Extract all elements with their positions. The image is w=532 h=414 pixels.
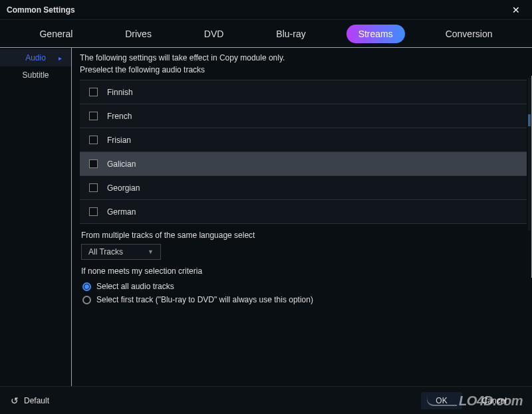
titlebar: Common Settings ✕ xyxy=(0,0,532,20)
lang-label: Georgian xyxy=(107,183,140,193)
main-tabs: General Drives DVD Blu-ray Streams Conve… xyxy=(0,20,532,48)
sidebar: Audio Subtitle xyxy=(0,48,72,386)
multi-track-label: From multiple tracks of the same languag… xyxy=(81,231,527,240)
lang-row-french[interactable]: French xyxy=(80,104,527,128)
lang-row-galician[interactable]: Galician xyxy=(80,152,527,176)
cancel-button[interactable]: Cancel xyxy=(467,392,521,409)
lang-row-german[interactable]: German xyxy=(80,200,527,224)
radio-select-all[interactable]: Select all audio tracks xyxy=(82,280,527,293)
window-title: Common Settings xyxy=(7,5,75,15)
lang-row-georgian[interactable]: Georgian xyxy=(80,176,527,200)
radio-group: Select all audio tracks Select first tra… xyxy=(82,280,527,306)
checkbox-finnish[interactable] xyxy=(89,88,98,96)
checkbox-galician[interactable] xyxy=(89,159,98,168)
reset-icon: ↺ xyxy=(11,395,19,406)
lang-row-finnish[interactable]: Finnish xyxy=(80,80,527,104)
tab-general[interactable]: General xyxy=(27,25,84,43)
none-meets-label: If none meets my selection criteria xyxy=(81,266,527,276)
lang-row-frisian[interactable]: Frisian xyxy=(80,128,527,152)
default-button[interactable]: ↺ Default xyxy=(11,395,49,406)
ok-button[interactable]: OK xyxy=(421,392,462,409)
checkbox-frisian[interactable] xyxy=(89,136,98,144)
chevron-down-icon: ▼ xyxy=(148,249,154,255)
lang-label: Galician xyxy=(107,159,136,169)
footer-right: OK Cancel xyxy=(421,392,521,409)
scrollbar-track xyxy=(528,78,531,231)
scrollbar-thumb[interactable] xyxy=(528,114,531,126)
checkbox-georgian[interactable] xyxy=(89,183,98,192)
tab-conversion[interactable]: Conversion xyxy=(434,25,505,43)
body-area: Audio Subtitle The following settings wi… xyxy=(0,48,532,386)
dropdown-value: All Tracks xyxy=(88,247,123,257)
radio-label: Select all audio tracks xyxy=(96,282,174,291)
tracks-dropdown[interactable]: All Tracks ▼ xyxy=(81,244,161,260)
tab-drives[interactable]: Drives xyxy=(113,25,164,43)
lang-label: Finnish xyxy=(107,88,133,97)
close-icon[interactable]: ✕ xyxy=(507,2,525,18)
tab-streams[interactable]: Streams xyxy=(346,25,405,43)
sidebar-item-audio[interactable]: Audio xyxy=(0,49,71,66)
sidebar-item-subtitle[interactable]: Subtitle xyxy=(0,66,71,84)
default-label: Default xyxy=(24,396,49,405)
language-list: Finnish French Frisian Galician Georgian… xyxy=(80,80,527,224)
checkbox-german[interactable] xyxy=(89,207,98,216)
checkbox-french[interactable] xyxy=(89,112,98,120)
tab-bluray[interactable]: Blu-ray xyxy=(264,25,317,43)
radio-label: Select first track ("Blu-ray to DVD" wil… xyxy=(96,295,313,304)
lang-label: French xyxy=(107,112,132,121)
footer: ↺ Default OK Cancel xyxy=(0,386,532,414)
intro-text-1: The following settings will take effect … xyxy=(80,53,527,62)
intro-text-2: Preselect the following audio tracks xyxy=(80,65,527,74)
tab-dvd[interactable]: DVD xyxy=(192,25,236,43)
radio-select-first[interactable]: Select first track ("Blu-ray to DVD" wil… xyxy=(82,293,527,306)
lang-label: German xyxy=(107,207,136,217)
radio-icon-unselected[interactable] xyxy=(82,296,91,304)
content-panel: The following settings will take effect … xyxy=(72,48,532,386)
lang-label: Frisian xyxy=(107,136,131,145)
radio-icon-selected[interactable] xyxy=(82,282,91,291)
